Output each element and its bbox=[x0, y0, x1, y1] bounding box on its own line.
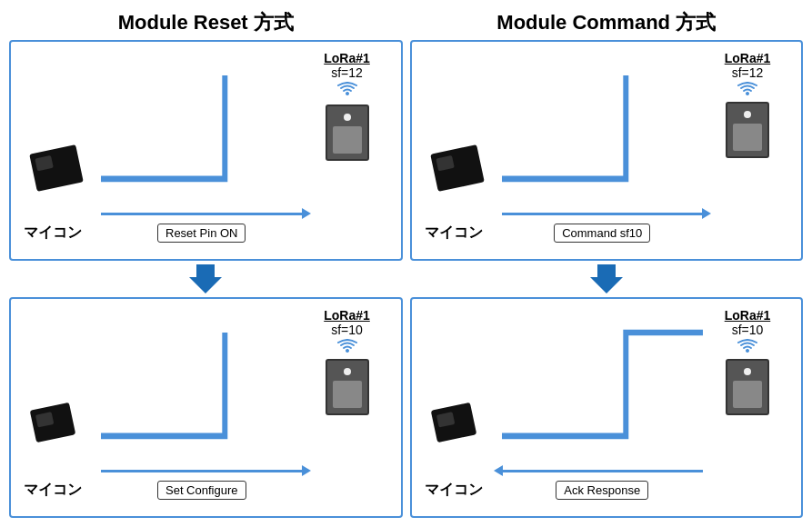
chip-icon-rb bbox=[430, 403, 476, 442]
right-bottom-panel: マイコン Ack Respo bbox=[410, 297, 804, 518]
right-top-lora-title: LoRa#1 bbox=[725, 51, 771, 65]
wifi-icon-left-top bbox=[335, 82, 360, 103]
chip-icon bbox=[29, 144, 84, 192]
right-title: Module Command 方式 bbox=[496, 7, 716, 37]
left-bottom-lora-title: LoRa#1 bbox=[324, 308, 370, 323]
left-bottom-label: Set Configure bbox=[157, 481, 246, 500]
left-bottom-panel: マイコン Set Configure bbox=[9, 297, 403, 518]
chip-icon-rt bbox=[430, 144, 485, 192]
module-box-right-top bbox=[726, 102, 769, 158]
right-bottom-micon-label: マイコン bbox=[425, 481, 502, 500]
left-bottom-lora-sf: sf=10 bbox=[324, 323, 370, 337]
down-arrow-left bbox=[189, 264, 222, 293]
module-box-left-top bbox=[326, 104, 369, 161]
chip-icon-lb bbox=[30, 403, 76, 442]
left-bottom-micon-label: マイコン bbox=[24, 481, 101, 500]
wifi-icon-left-bottom bbox=[335, 339, 360, 359]
path-svg-left-top bbox=[101, 58, 303, 196]
right-bottom-label: Ack Response bbox=[556, 481, 648, 500]
right-top-label: Command sf10 bbox=[554, 224, 650, 243]
right-top-lora-sf: sf=12 bbox=[725, 65, 771, 80]
right-top-panel: マイコン Command sf10 bbox=[410, 40, 804, 261]
wifi-icon-right-bottom bbox=[735, 339, 760, 359]
main-container: Module Reset 方式 Module Command 方式 マイコン bbox=[0, 0, 812, 527]
path-svg-right-bottom bbox=[502, 315, 704, 453]
left-top-lora-title: LoRa#1 bbox=[324, 51, 370, 65]
left-top-micon-label: マイコン bbox=[24, 224, 101, 243]
down-arrow-right bbox=[590, 264, 623, 293]
left-title: Module Reset 方式 bbox=[118, 7, 294, 37]
left-top-panel: マイコン bbox=[9, 40, 403, 261]
path-svg-right-top bbox=[502, 58, 704, 196]
module-box-left-bottom bbox=[326, 359, 369, 415]
right-bottom-lora-title: LoRa#1 bbox=[725, 308, 771, 323]
right-bottom-lora-sf: sf=10 bbox=[725, 323, 771, 337]
left-top-label: Reset Pin ON bbox=[157, 224, 246, 243]
module-box-right-bottom bbox=[726, 359, 769, 415]
path-svg-left-bottom bbox=[101, 315, 303, 453]
left-top-lora-sf: sf=12 bbox=[324, 65, 370, 80]
wifi-icon-right-top bbox=[735, 82, 760, 102]
right-top-micon-label: マイコン bbox=[425, 224, 502, 243]
